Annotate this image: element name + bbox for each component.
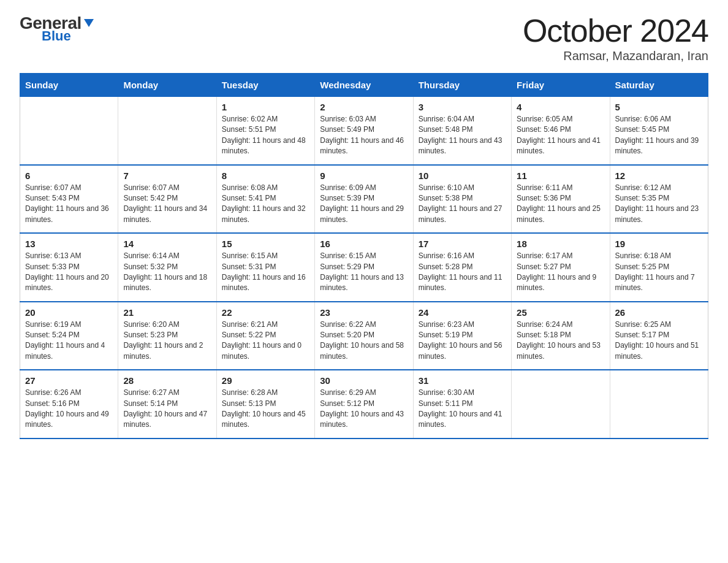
day-cell: 20Sunrise: 6:19 AM Sunset: 5:24 PM Dayli… — [20, 302, 118, 370]
day-number: 14 — [123, 239, 211, 249]
day-number: 28 — [123, 375, 211, 386]
day-cell — [512, 370, 610, 439]
day-number: 6 — [25, 170, 113, 181]
day-info: Sunrise: 6:16 AM Sunset: 5:28 PM Dayligh… — [419, 251, 506, 294]
location: Ramsar, Mazandaran, Iran — [523, 49, 708, 63]
week-row-3: 20Sunrise: 6:19 AM Sunset: 5:24 PM Dayli… — [20, 302, 708, 370]
day-number: 12 — [615, 170, 703, 181]
day-cell: 7Sunrise: 6:07 AM Sunset: 5:42 PM Daylig… — [118, 165, 216, 234]
day-info: Sunrise: 6:06 AM Sunset: 5:45 PM Dayligh… — [615, 114, 703, 157]
day-info: Sunrise: 6:27 AM Sunset: 5:14 PM Dayligh… — [123, 388, 211, 431]
day-number: 9 — [320, 170, 408, 181]
day-cell: 21Sunrise: 6:20 AM Sunset: 5:23 PM Dayli… — [118, 302, 216, 370]
day-cell: 22Sunrise: 6:21 AM Sunset: 5:22 PM Dayli… — [216, 302, 314, 370]
day-info: Sunrise: 6:02 AM Sunset: 5:51 PM Dayligh… — [222, 114, 309, 157]
day-number: 24 — [419, 307, 506, 318]
day-info: Sunrise: 6:21 AM Sunset: 5:22 PM Dayligh… — [222, 320, 309, 362]
day-number: 25 — [517, 307, 604, 318]
day-cell: 17Sunrise: 6:16 AM Sunset: 5:28 PM Dayli… — [413, 233, 511, 302]
day-info: Sunrise: 6:10 AM Sunset: 5:38 PM Dayligh… — [419, 183, 506, 226]
day-info: Sunrise: 6:04 AM Sunset: 5:48 PM Dayligh… — [419, 114, 506, 157]
day-cell: 18Sunrise: 6:17 AM Sunset: 5:27 PM Dayli… — [512, 233, 610, 302]
day-cell — [20, 97, 118, 165]
day-cell: 29Sunrise: 6:28 AM Sunset: 5:13 PM Dayli… — [216, 370, 314, 439]
day-number: 27 — [25, 375, 113, 386]
day-cell: 11Sunrise: 6:11 AM Sunset: 5:36 PM Dayli… — [512, 165, 610, 234]
day-info: Sunrise: 6:11 AM Sunset: 5:36 PM Dayligh… — [517, 183, 604, 226]
day-cell: 2Sunrise: 6:03 AM Sunset: 5:49 PM Daylig… — [315, 97, 413, 165]
day-cell: 4Sunrise: 6:05 AM Sunset: 5:46 PM Daylig… — [512, 97, 610, 165]
day-cell: 24Sunrise: 6:23 AM Sunset: 5:19 PM Dayli… — [413, 302, 511, 370]
day-info: Sunrise: 6:20 AM Sunset: 5:23 PM Dayligh… — [123, 320, 211, 362]
day-cell — [118, 97, 216, 165]
day-number: 19 — [615, 239, 703, 249]
day-number: 30 — [320, 375, 408, 386]
day-number: 15 — [222, 239, 309, 249]
day-number: 3 — [419, 102, 506, 112]
day-number: 29 — [222, 375, 309, 386]
logo: General Blue — [20, 15, 94, 43]
day-info: Sunrise: 6:12 AM Sunset: 5:35 PM Dayligh… — [615, 183, 703, 226]
day-cell: 9Sunrise: 6:09 AM Sunset: 5:39 PM Daylig… — [315, 165, 413, 234]
day-number: 21 — [123, 307, 211, 318]
day-number: 31 — [419, 375, 506, 386]
day-number: 18 — [517, 239, 604, 249]
header-sunday: Sunday — [20, 74, 118, 97]
title-block: October 2024 Ramsar, Mazandaran, Iran — [523, 15, 708, 63]
day-info: Sunrise: 6:13 AM Sunset: 5:33 PM Dayligh… — [25, 251, 113, 294]
day-cell: 5Sunrise: 6:06 AM Sunset: 5:45 PM Daylig… — [610, 97, 708, 165]
day-cell: 27Sunrise: 6:26 AM Sunset: 5:16 PM Dayli… — [20, 370, 118, 439]
day-number: 20 — [25, 307, 113, 318]
day-cell: 25Sunrise: 6:24 AM Sunset: 5:18 PM Dayli… — [512, 302, 610, 370]
day-number: 17 — [419, 239, 506, 249]
day-number: 1 — [222, 102, 309, 112]
page-header: General Blue October 2024 Ramsar, Mazand… — [20, 15, 708, 63]
day-number: 10 — [419, 170, 506, 181]
day-info: Sunrise: 6:22 AM Sunset: 5:20 PM Dayligh… — [320, 320, 408, 362]
day-info: Sunrise: 6:14 AM Sunset: 5:32 PM Dayligh… — [123, 251, 211, 294]
day-cell: 15Sunrise: 6:15 AM Sunset: 5:31 PM Dayli… — [216, 233, 314, 302]
month-title: October 2024 — [523, 15, 708, 47]
day-cell: 8Sunrise: 6:08 AM Sunset: 5:41 PM Daylig… — [216, 165, 314, 234]
day-info: Sunrise: 6:25 AM Sunset: 5:17 PM Dayligh… — [615, 320, 703, 362]
day-number: 22 — [222, 307, 309, 318]
day-number: 11 — [517, 170, 604, 181]
day-info: Sunrise: 6:08 AM Sunset: 5:41 PM Dayligh… — [222, 183, 309, 226]
day-info: Sunrise: 6:28 AM Sunset: 5:13 PM Dayligh… — [222, 388, 309, 431]
day-info: Sunrise: 6:18 AM Sunset: 5:25 PM Dayligh… — [615, 251, 703, 294]
day-cell — [610, 370, 708, 439]
day-info: Sunrise: 6:19 AM Sunset: 5:24 PM Dayligh… — [25, 320, 113, 362]
header-row: Sunday Monday Tuesday Wednesday Thursday… — [20, 74, 708, 97]
header-saturday: Saturday — [610, 74, 708, 97]
day-info: Sunrise: 6:07 AM Sunset: 5:43 PM Dayligh… — [25, 183, 113, 226]
day-cell: 3Sunrise: 6:04 AM Sunset: 5:48 PM Daylig… — [413, 97, 511, 165]
day-info: Sunrise: 6:07 AM Sunset: 5:42 PM Dayligh… — [123, 183, 211, 226]
day-info: Sunrise: 6:03 AM Sunset: 5:49 PM Dayligh… — [320, 114, 408, 157]
header-tuesday: Tuesday — [216, 74, 314, 97]
day-cell: 6Sunrise: 6:07 AM Sunset: 5:43 PM Daylig… — [20, 165, 118, 234]
day-cell: 13Sunrise: 6:13 AM Sunset: 5:33 PM Dayli… — [20, 233, 118, 302]
week-row-1: 6Sunrise: 6:07 AM Sunset: 5:43 PM Daylig… — [20, 165, 708, 234]
day-cell: 14Sunrise: 6:14 AM Sunset: 5:32 PM Dayli… — [118, 233, 216, 302]
day-number: 2 — [320, 102, 408, 112]
day-info: Sunrise: 6:09 AM Sunset: 5:39 PM Dayligh… — [320, 183, 408, 226]
day-cell: 10Sunrise: 6:10 AM Sunset: 5:38 PM Dayli… — [413, 165, 511, 234]
week-row-4: 27Sunrise: 6:26 AM Sunset: 5:16 PM Dayli… — [20, 370, 708, 439]
calendar-header: Sunday Monday Tuesday Wednesday Thursday… — [20, 74, 708, 97]
day-number: 16 — [320, 239, 408, 249]
day-cell: 12Sunrise: 6:12 AM Sunset: 5:35 PM Dayli… — [610, 165, 708, 234]
day-info: Sunrise: 6:17 AM Sunset: 5:27 PM Dayligh… — [517, 251, 604, 294]
day-info: Sunrise: 6:26 AM Sunset: 5:16 PM Dayligh… — [25, 388, 113, 431]
header-thursday: Thursday — [413, 74, 511, 97]
calendar-table: Sunday Monday Tuesday Wednesday Thursday… — [20, 73, 708, 439]
header-wednesday: Wednesday — [315, 74, 413, 97]
day-number: 23 — [320, 307, 408, 318]
week-row-2: 13Sunrise: 6:13 AM Sunset: 5:33 PM Dayli… — [20, 233, 708, 302]
week-row-0: 1Sunrise: 6:02 AM Sunset: 5:51 PM Daylig… — [20, 97, 708, 165]
day-cell: 31Sunrise: 6:30 AM Sunset: 5:11 PM Dayli… — [413, 370, 511, 439]
day-info: Sunrise: 6:15 AM Sunset: 5:29 PM Dayligh… — [320, 251, 408, 294]
day-cell: 28Sunrise: 6:27 AM Sunset: 5:14 PM Dayli… — [118, 370, 216, 439]
header-monday: Monday — [118, 74, 216, 97]
day-info: Sunrise: 6:30 AM Sunset: 5:11 PM Dayligh… — [419, 388, 506, 431]
logo-triangle-icon — [84, 19, 94, 27]
